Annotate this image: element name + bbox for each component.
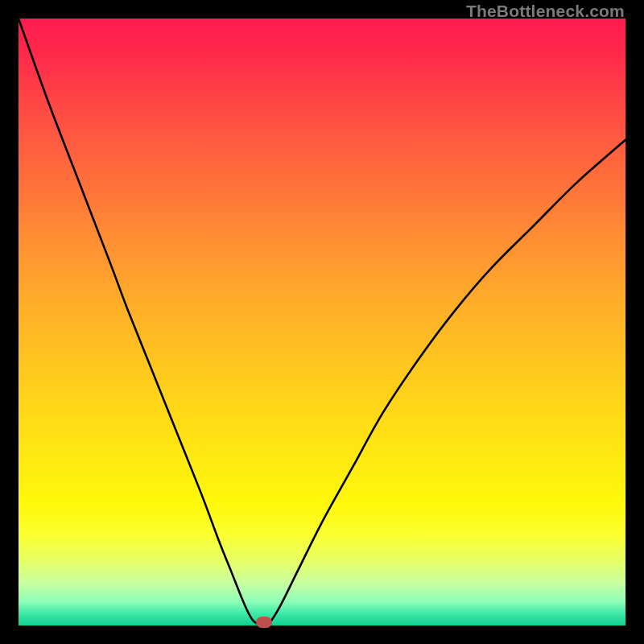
optimal-point-marker: [256, 617, 272, 628]
chart-frame: TheBottleneck.com: [0, 0, 644, 644]
watermark-text: TheBottleneck.com: [466, 2, 625, 21]
chart-plot-area: [19, 19, 625, 625]
bottleneck-curve: [19, 19, 625, 625]
